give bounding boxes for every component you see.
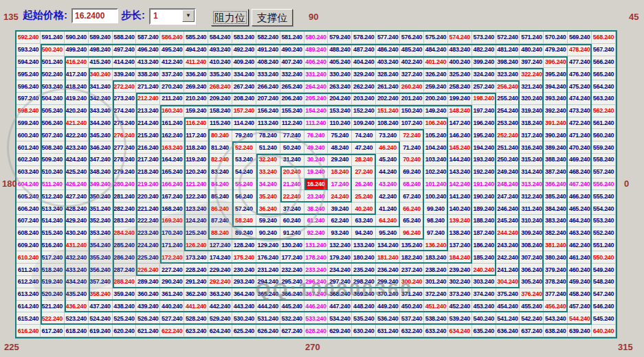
grid-cell: 609.240 <box>16 240 41 252</box>
grid-cell: 236.240 <box>376 264 400 276</box>
grid-cell: 249.240 <box>496 166 520 178</box>
grid-cell: 617.240 <box>41 325 65 337</box>
grid-cell: 521.240 <box>41 301 65 313</box>
grid-cell: 534.240 <box>328 312 352 325</box>
grid-cell: 423.240 <box>65 141 89 154</box>
grid-cell: 637.240 <box>520 325 544 337</box>
grid-cell: 122.240 <box>184 190 208 203</box>
grid-cell: 424.240 <box>65 154 89 166</box>
grid-cell: 238.240 <box>424 264 448 276</box>
grid-cell: 455.240 <box>520 301 544 313</box>
chevron-down-icon[interactable]: ▼ <box>182 10 195 22</box>
grid-cell: 561.240 <box>592 117 616 130</box>
grid-cell: 179.240 <box>328 251 352 264</box>
grid-cell: 474.240 <box>568 93 592 105</box>
grid-cell: 444.240 <box>256 301 280 313</box>
grid-cell: 45.240 <box>376 154 400 166</box>
grid-cell: 220.240 <box>136 190 160 203</box>
step-combobox[interactable]: 1 ▼ <box>149 8 196 25</box>
grid-cell: 215.240 <box>136 129 160 141</box>
grid-cell: 119.240 <box>184 154 208 166</box>
grid-cell: 237.240 <box>400 264 424 276</box>
grid-cell: 528.240 <box>184 312 208 325</box>
grid-cell: 72.240 <box>400 129 424 141</box>
grid-cell: 639.240 <box>568 325 592 337</box>
grid-cell: 214.240 <box>136 117 160 130</box>
grid-cell: 391.240 <box>544 117 568 130</box>
start-price-input[interactable] <box>71 8 118 23</box>
grid-cell: 102.240 <box>424 166 448 178</box>
grid-cell: 583.240 <box>232 32 256 44</box>
grid-cell: 127.240 <box>208 240 232 252</box>
grid-cell: 64.240 <box>376 215 400 227</box>
grid-cell: 21.240 <box>280 178 304 191</box>
grid-cell: 156.240 <box>256 105 280 117</box>
grid-cell: 178.240 <box>304 251 329 264</box>
grid-cell: 114.240 <box>232 117 256 130</box>
grid-cell: 451.240 <box>424 301 448 313</box>
grid-cell: 240.240 <box>472 264 496 276</box>
grid-cell: 468.240 <box>568 166 592 178</box>
grid-cell: 107.240 <box>400 117 424 130</box>
grid-cell: 43.240 <box>376 178 400 191</box>
grid-cell: 538.240 <box>424 312 448 325</box>
grid-cell: 467.240 <box>568 178 592 191</box>
grid-cell: 80.240 <box>208 129 232 141</box>
grid-cell: 579.240 <box>328 32 352 44</box>
grid-cell: 460.240 <box>568 264 592 276</box>
grid-cell: 171.240 <box>160 240 184 252</box>
grid-cell: 167.240 <box>160 190 184 203</box>
grid-cell: 503.240 <box>41 80 65 93</box>
grid-cell: 264.240 <box>304 80 329 93</box>
grid-cell: 312.240 <box>520 190 544 203</box>
grid-cell: 69.240 <box>400 166 424 178</box>
grid-cell: 383.240 <box>544 215 568 227</box>
grid-cell: 186.240 <box>472 240 496 252</box>
grid-cell: 419.240 <box>65 93 89 105</box>
grid-cell: 633.240 <box>424 325 448 337</box>
grid-cell: 438.240 <box>113 301 137 313</box>
grid-cell: 445.240 <box>280 301 304 313</box>
grid-cell: 598.240 <box>16 105 41 117</box>
grid-cell: 78.240 <box>256 129 280 141</box>
grid-cell: 593.240 <box>16 44 41 56</box>
grid-cell: 612.240 <box>16 276 41 288</box>
grid-cell: 54.240 <box>232 166 256 178</box>
grid-cell: 537.240 <box>400 312 424 325</box>
grid-cell: 159.240 <box>184 105 208 117</box>
support-button[interactable]: 支撑位 <box>252 9 293 26</box>
grid-cell: 225.240 <box>136 251 160 264</box>
grid-cell: 509.240 <box>41 154 65 166</box>
grid-cell: 139.240 <box>448 215 472 227</box>
grid-cell: 480.240 <box>520 44 544 56</box>
resistance-button[interactable]: 阻力位 <box>211 9 249 26</box>
grid-cell: 447.240 <box>328 301 352 313</box>
grid-cell: 245.240 <box>496 215 520 227</box>
grid-cell: 99.240 <box>424 203 448 215</box>
grid-cell: 539.240 <box>448 312 472 325</box>
grid-cell: 273.240 <box>113 93 137 105</box>
grid-cell: 41.240 <box>376 203 400 215</box>
grid-cell: 493.240 <box>208 44 232 56</box>
grid-cell: 295.240 <box>280 276 304 288</box>
grid-cell: 94.240 <box>352 227 376 240</box>
grid-cell: 324.240 <box>472 68 496 80</box>
grid-cell: 96.240 <box>400 227 424 240</box>
grid-cell: 479.240 <box>544 44 568 56</box>
grid-cell: 525.240 <box>113 312 137 325</box>
grid-cell: 297.240 <box>328 276 352 288</box>
grid-cell: 518.240 <box>41 264 65 276</box>
grid-cell: 258.240 <box>448 80 472 93</box>
grid-cell: 626.240 <box>256 325 280 337</box>
grid-cell: 132.240 <box>328 240 352 252</box>
grid-cell: 361.240 <box>160 288 184 301</box>
grid-cell: 271.240 <box>136 80 160 93</box>
grid-cell: 57.240 <box>232 203 256 215</box>
grid-cell: 387.240 <box>544 166 568 178</box>
grid-cell: 213.240 <box>136 105 160 117</box>
grid-cell: 165.240 <box>160 166 184 178</box>
grid-cell: 138.240 <box>448 227 472 240</box>
grid-cell: 33.240 <box>256 166 280 178</box>
grid-cell: 442.240 <box>208 301 232 313</box>
grid-cell: 160.240 <box>160 105 184 117</box>
